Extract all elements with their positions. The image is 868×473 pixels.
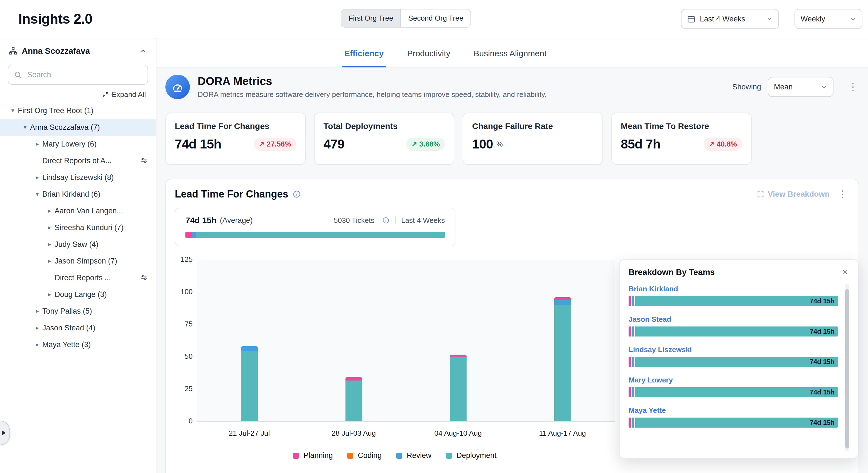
caret-right-icon[interactable]: ▸ bbox=[32, 141, 42, 147]
view-breakdown-label: View Breakdown bbox=[768, 190, 830, 199]
dora-metrics-icon bbox=[165, 75, 190, 99]
dora-controls: Showing Mean ⋮ bbox=[732, 77, 860, 97]
tree-item-label: Jason Stead (4) bbox=[42, 324, 98, 332]
tree-item[interactable]: ▾Anna Scozzafava (7) bbox=[0, 119, 156, 136]
tree-item[interactable]: ▾Brian Kirkland (6) bbox=[0, 186, 156, 203]
review-segment bbox=[632, 296, 634, 306]
caret-right-icon[interactable]: ▸ bbox=[44, 241, 55, 247]
tree-item[interactable]: ▸Jason Simpson (7) bbox=[0, 253, 156, 269]
kebab-menu-icon[interactable]: ⋮ bbox=[846, 81, 860, 93]
team-lead-time-value: 74d 15h bbox=[810, 326, 835, 336]
trend-value: 3.68% bbox=[419, 140, 440, 148]
first-org-tree-button[interactable]: First Org Tree bbox=[341, 9, 401, 27]
chart-column bbox=[197, 260, 302, 421]
caret-down-icon[interactable]: ▾ bbox=[32, 191, 42, 197]
review-bar-segment bbox=[241, 346, 258, 351]
filter-sliders-icon[interactable] bbox=[140, 274, 148, 282]
x-axis-label: 21 Jul-27 Jul bbox=[197, 429, 302, 438]
legend-label: Review bbox=[407, 451, 432, 460]
tree-item[interactable]: ▸Doug Lange (3) bbox=[0, 286, 156, 303]
caret-right-icon[interactable]: ▸ bbox=[32, 325, 42, 331]
tab-productivity[interactable]: Productivity bbox=[405, 49, 453, 67]
tree-item[interactable]: ▸Tony Pallas (5) bbox=[0, 303, 156, 320]
chart-header: Lead Time For Changes View Breakdown ⋮ bbox=[175, 188, 849, 200]
view-breakdown-button[interactable]: View Breakdown bbox=[757, 190, 830, 199]
legend-marker bbox=[293, 453, 299, 459]
sidebar: Anna Scozzafava Expand All ▾F bbox=[0, 38, 156, 473]
caret-down-icon[interactable]: ▾ bbox=[8, 108, 18, 114]
review-segment bbox=[191, 232, 196, 238]
team-name-link[interactable]: Lindsay Liszewski bbox=[628, 346, 838, 354]
kebab-menu-icon[interactable]: ⋮ bbox=[835, 188, 849, 200]
legend-label: Planning bbox=[304, 451, 333, 460]
deployment-bar-segment bbox=[450, 357, 467, 421]
close-icon[interactable] bbox=[841, 268, 849, 276]
granularity-select[interactable]: Weekly bbox=[795, 9, 862, 29]
caret-down-icon[interactable]: ▾ bbox=[20, 124, 30, 130]
second-org-tree-button[interactable]: Second Org Tree bbox=[401, 9, 470, 27]
caret-right-icon[interactable]: ▸ bbox=[44, 225, 55, 231]
legend-marker bbox=[396, 453, 402, 459]
tree-item[interactable]: ▸Maya Yette (3) bbox=[0, 336, 156, 353]
trend-up-icon: ↗ bbox=[709, 140, 714, 148]
info-icon[interactable] bbox=[292, 190, 301, 198]
legend-item-review[interactable]: Review bbox=[396, 451, 432, 460]
caret-right-icon[interactable]: ▸ bbox=[32, 342, 42, 348]
trend-value: 27.56% bbox=[267, 140, 291, 148]
team-name-link[interactable]: Jason Stead bbox=[628, 315, 838, 324]
metric-title: Lead Time For Changes bbox=[175, 121, 296, 131]
planning-bar-segment bbox=[450, 355, 467, 357]
team-lead-time-value: 74d 15h bbox=[810, 296, 835, 306]
tree-item-label: Mary Lowery (6) bbox=[42, 140, 99, 148]
caret-right-icon[interactable]: ▸ bbox=[32, 174, 42, 180]
planning-segment bbox=[628, 296, 631, 306]
caret-right-icon[interactable]: ▸ bbox=[44, 208, 55, 214]
tree-item[interactable]: ▸Aaron Van Langen... bbox=[0, 203, 156, 219]
tree-item[interactable]: ▸Jason Stead (4) bbox=[0, 320, 156, 336]
metric-value: 100 bbox=[472, 137, 493, 151]
metric-value-row: 85d 7h↗40.8% bbox=[621, 137, 742, 151]
search-icon bbox=[14, 71, 22, 79]
caret-right-icon[interactable]: ▸ bbox=[44, 258, 55, 264]
info-icon[interactable] bbox=[382, 217, 390, 224]
tree-item[interactable]: ▸Mary Lowery (6) bbox=[0, 136, 156, 152]
date-range-select[interactable]: Last 4 Weeks bbox=[681, 9, 779, 29]
chevron-up-icon[interactable] bbox=[140, 47, 147, 55]
legend-item-coding[interactable]: Coding bbox=[347, 451, 382, 460]
caret-right-icon[interactable]: ▸ bbox=[32, 308, 42, 314]
breakdown-row: Maya Yette74d 15h bbox=[628, 406, 838, 427]
tree-item[interactable]: ▸Sireesha Kunduri (7) bbox=[0, 219, 156, 236]
scrollbar-thumb[interactable] bbox=[845, 289, 849, 448]
team-name-link[interactable]: Mary Lowery bbox=[628, 376, 838, 384]
tree-item[interactable]: ▸Judy Saw (4) bbox=[0, 236, 156, 253]
deployment-segment bbox=[635, 387, 838, 397]
legend-item-deployment[interactable]: Deployment bbox=[446, 451, 497, 460]
tab-efficiency[interactable]: Efficiency bbox=[342, 49, 386, 67]
tab-business-alignment[interactable]: Business Alignment bbox=[471, 49, 549, 67]
team-name-link[interactable]: Brian Kirkland bbox=[628, 285, 838, 293]
search-input[interactable] bbox=[26, 70, 142, 80]
team-lead-time-bar: 74d 15h bbox=[628, 326, 838, 336]
deployment-bar-segment bbox=[241, 351, 258, 421]
planning-segment bbox=[628, 357, 631, 367]
tree-item[interactable]: ▾First Org Tree Root (1) bbox=[0, 102, 156, 119]
team-name-link[interactable]: Maya Yette bbox=[628, 406, 838, 415]
legend-item-planning[interactable]: Planning bbox=[293, 451, 333, 460]
chart-column bbox=[302, 260, 406, 421]
expand-all-button[interactable]: Expand All bbox=[102, 90, 146, 99]
caret-right-icon[interactable]: ▸ bbox=[44, 291, 55, 297]
tree-item[interactable]: Direct Reports ... bbox=[0, 269, 156, 286]
x-axis-label: 28 Jul-03 Aug bbox=[302, 429, 406, 438]
tree-item[interactable]: ▸Lindsay Liszewski (8) bbox=[0, 169, 156, 186]
average-summary-box: 74d 15h (Average) 5030 Tickets Last 4 We… bbox=[175, 208, 456, 246]
deployment-segment bbox=[635, 326, 838, 336]
tree-item-label: Jason Simpson (7) bbox=[55, 257, 119, 265]
aggregation-select[interactable]: Mean bbox=[768, 77, 834, 97]
tree-item[interactable]: Direct Reports of A... bbox=[0, 152, 156, 169]
trend-up-icon: ↗ bbox=[411, 140, 417, 148]
chevron-down-icon bbox=[766, 16, 773, 22]
deployment-segment bbox=[635, 357, 838, 367]
filter-sliders-icon[interactable] bbox=[140, 157, 148, 165]
breakdown-row: Brian Kirkland74d 15h bbox=[628, 285, 838, 306]
team-lead-time-bar: 74d 15h bbox=[628, 357, 838, 367]
